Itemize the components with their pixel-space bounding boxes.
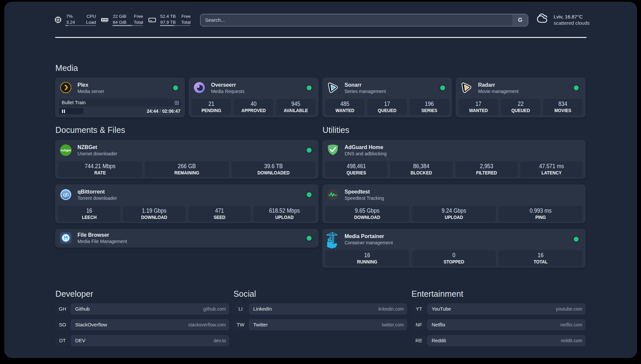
- svg-text:nzbget: nzbget: [61, 148, 71, 152]
- svg-text:qb: qb: [63, 192, 69, 197]
